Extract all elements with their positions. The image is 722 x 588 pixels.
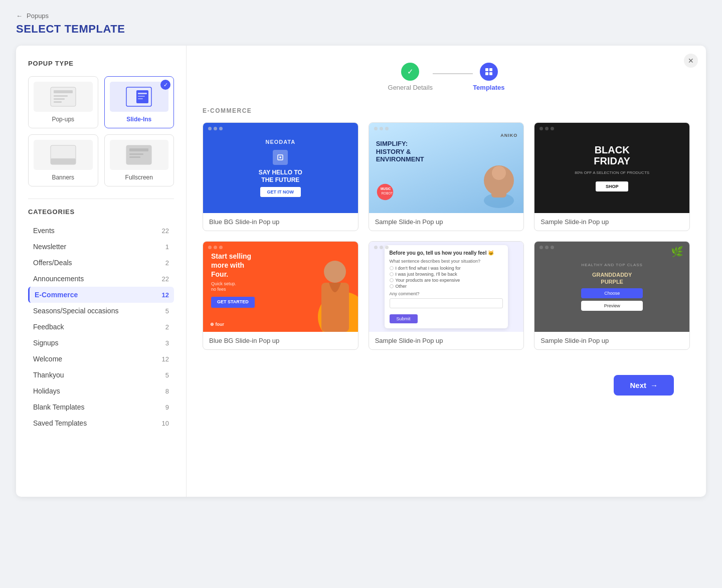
svg-rect-13 <box>129 148 148 151</box>
category-welcome[interactable]: Welcome 12 <box>28 351 174 367</box>
svg-rect-8 <box>138 96 145 97</box>
category-holidays[interactable]: Holidays 8 <box>28 383 174 399</box>
svg-rect-15 <box>129 156 140 158</box>
category-welcome-count: 12 <box>162 355 169 363</box>
template-thumb-6: 🌿 HEALTHY AND TOP CLASS GRANDDADDYPURPLE… <box>534 242 689 332</box>
template-card-1[interactable]: NEODATA SAY HELLO TOTHE FUTURE GET IT NO… <box>203 122 358 231</box>
choose-template-6-button[interactable]: Choose <box>569 279 609 295</box>
category-signups-count: 3 <box>165 339 169 347</box>
step-templates-circle <box>480 63 498 81</box>
svg-rect-3 <box>54 98 65 100</box>
category-blank-count: 9 <box>165 404 169 411</box>
svg-rect-14 <box>129 153 143 155</box>
category-signups-label: Signups <box>33 339 59 347</box>
back-arrow-icon[interactable]: ← <box>16 12 23 20</box>
category-saved[interactable]: Saved Templates 10 <box>28 415 174 431</box>
category-welcome-label: Welcome <box>33 355 62 363</box>
category-seasons[interactable]: Seasons/Special occasions 5 <box>28 303 174 319</box>
step-general-details-circle: ✓ <box>401 63 419 81</box>
category-ecommerce-count: 12 <box>162 291 169 299</box>
category-ecommerce[interactable]: E-Commerce 12 <box>28 287 174 303</box>
preview-template-1-button[interactable]: Preview <box>283 160 323 176</box>
thumb-4-headline: Start sellingmore withFour. Quick setup.… <box>211 252 255 308</box>
category-blank[interactable]: Blank Templates 9 <box>28 399 174 415</box>
sidebar: POPUP TYPE Pop-ups <box>16 46 187 497</box>
close-button[interactable]: ✕ <box>684 54 698 68</box>
next-button[interactable]: Next → <box>614 375 674 396</box>
template-card-3[interactable]: BLACKFRIDAY 80% OFF A SELECTION OF PRODU… <box>534 122 690 231</box>
template-4-name: Blue BG Slide-in Pop up <box>203 332 358 349</box>
template-thumb-2: ANIKO SIMPLIFY:HISTORY &ENVIRONMENT <box>369 123 524 213</box>
template-card-4[interactable]: Start sellingmore withFour. Quick setup.… <box>203 241 358 350</box>
category-thankyou-label: Thankyou <box>33 371 64 379</box>
svg-rect-18 <box>485 72 488 75</box>
main-card: POPUP TYPE Pop-ups <box>16 46 706 497</box>
category-seasons-count: 5 <box>165 307 169 315</box>
template-thumb-5: Before you go, tell us how you really fe… <box>369 242 524 332</box>
category-feedback-count: 2 <box>165 323 169 331</box>
template-card-6[interactable]: 🌿 HEALTHY AND TOP CLASS GRANDDADDYPURPLE… <box>534 241 690 350</box>
category-saved-count: 10 <box>162 420 169 427</box>
category-holidays-label: Holidays <box>33 387 60 395</box>
choose-template-3-button[interactable]: Choose <box>569 160 609 176</box>
popup-type-banners[interactable]: Banners <box>28 134 98 186</box>
category-feedback[interactable]: Feedback 2 <box>28 319 174 335</box>
template-thumb-1: NEODATA SAY HELLO TOTHE FUTURE GET IT NO… <box>203 123 358 213</box>
category-thankyou[interactable]: Thankyou 5 <box>28 367 174 383</box>
popup-type-section-title: POPUP TYPE <box>28 60 174 67</box>
category-events-count: 22 <box>162 227 169 235</box>
category-newsletter[interactable]: Newsletter 1 <box>28 239 174 255</box>
popup-type-fullscreen-label: Fullscreen <box>110 174 169 181</box>
preview-template-5-button[interactable]: Preview <box>448 279 489 295</box>
popup-type-banners-icon <box>34 140 93 170</box>
svg-rect-1 <box>54 90 73 93</box>
popup-type-slideins-icon <box>110 82 169 112</box>
category-saved-label: Saved Templates <box>33 419 87 427</box>
step-general-details: ✓ General Details <box>388 63 433 91</box>
preview-template-4-button[interactable]: Preview <box>283 279 323 295</box>
template-thumb-4: Start sellingmore withFour. Quick setup.… <box>203 242 358 332</box>
template-2-name: Sample Slide-in Pop up <box>369 213 524 231</box>
template-thumb-3: BLACKFRIDAY 80% OFF A SELECTION OF PRODU… <box>534 123 689 213</box>
template-1-name: Blue BG Slide-in Pop up <box>203 213 358 231</box>
thumb-4-sub: Quick setup.no fees <box>211 281 255 293</box>
category-signups[interactable]: Signups 3 <box>28 335 174 351</box>
categories-section: CATEGORIES Events 22 Newsletter 1 Offers… <box>28 208 174 431</box>
bottom-bar: Next → <box>203 365 690 408</box>
step-general-details-label: General Details <box>388 84 433 91</box>
popup-type-popups[interactable]: Pop-ups <box>28 76 98 128</box>
svg-rect-16 <box>485 68 488 71</box>
selected-check-icon: ✓ <box>160 80 170 90</box>
category-blank-label: Blank Templates <box>33 403 84 411</box>
svg-rect-17 <box>489 68 492 71</box>
category-newsletter-label: Newsletter <box>33 243 66 251</box>
preview-template-3-button[interactable]: Preview <box>614 160 655 176</box>
template-3-name: Sample Slide-in Pop up <box>534 213 689 231</box>
main-content: ✕ ✓ General Details <box>187 46 706 497</box>
template-card-2[interactable]: ANIKO SIMPLIFY:HISTORY &ENVIRONMENT <box>369 122 524 231</box>
popup-type-fullscreen[interactable]: Fullscreen <box>104 134 174 186</box>
template-card-5[interactable]: Before you go, tell us how you really fe… <box>369 241 524 350</box>
choose-template-1-button[interactable]: Choose <box>238 160 278 176</box>
next-arrow-icon: → <box>650 381 658 389</box>
preview-template-2-button[interactable]: Preview <box>448 160 489 176</box>
svg-rect-9 <box>138 98 143 99</box>
popup-type-popups-icon <box>34 82 93 112</box>
step-templates: Templates <box>473 63 504 91</box>
choose-template-5-button[interactable]: Choose <box>404 279 444 295</box>
category-offers[interactable]: Offers/Deals 2 <box>28 255 174 271</box>
svg-rect-4 <box>54 101 62 103</box>
popup-type-slideins[interactable]: ✓ Slide-Ins <box>104 76 174 128</box>
category-ecommerce-label: E-Commerce <box>35 291 78 299</box>
svg-rect-7 <box>138 93 147 94</box>
category-events[interactable]: Events 22 <box>28 223 174 239</box>
thumb-4-btn: GET STARTED <box>211 297 255 308</box>
preview-template-6-button[interactable]: Preview <box>614 279 655 295</box>
categories-section-title: CATEGORIES <box>28 208 174 216</box>
choose-template-2-button[interactable]: Choose <box>404 160 444 176</box>
breadcrumb-parent[interactable]: Popups <box>27 12 49 20</box>
section-label: E-COMMERCE <box>203 107 690 114</box>
popup-type-fullscreen-icon <box>110 140 169 170</box>
popup-types-grid: Pop-ups ✓ Slide-Ins <box>28 76 174 186</box>
category-announcements[interactable]: Announcements 22 <box>28 271 174 287</box>
